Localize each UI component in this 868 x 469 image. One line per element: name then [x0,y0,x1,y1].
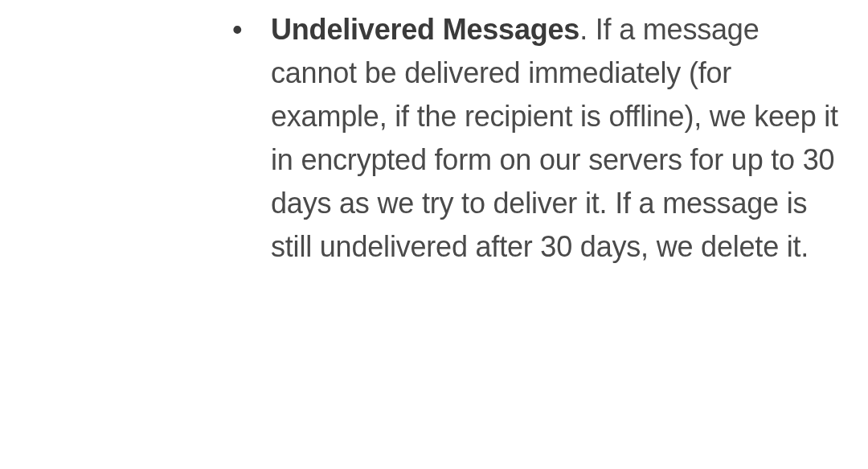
list-item: Undelivered Messages. If a message canno… [221,8,852,269]
list-item-title: Undelivered Messages [271,13,579,46]
bullet-list: Undelivered Messages. If a message canno… [221,8,852,269]
document-content: Undelivered Messages. If a message canno… [0,0,868,277]
list-item-body: . If a message cannot be delivered immed… [271,13,838,263]
